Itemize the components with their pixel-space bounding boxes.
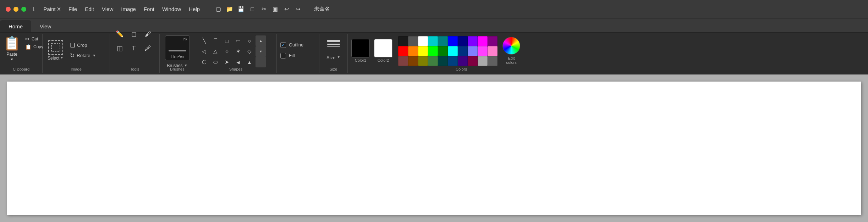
palette-swatch[interactable] xyxy=(398,46,408,56)
up-arrow-shape[interactable]: ▲ xyxy=(244,57,255,67)
canvas-area[interactable] xyxy=(0,74,868,222)
eyedropper-tool[interactable]: 🖉 xyxy=(142,42,154,54)
brush-preview[interactable]: Ink ThinPen xyxy=(165,35,190,60)
menu-paintx[interactable]: Paint X xyxy=(40,5,64,13)
triangle-shape[interactable]: △ xyxy=(210,46,221,57)
image-sub-btns: ❏ Crop ↻ Rotate ▼ xyxy=(68,41,98,60)
palette-swatch[interactable] xyxy=(478,36,488,46)
save-icon[interactable]: 💾 xyxy=(236,4,246,14)
minimize-button[interactable] xyxy=(13,7,18,12)
diamond-shape[interactable]: ◇ xyxy=(244,46,255,57)
palette-swatch[interactable] xyxy=(478,46,488,56)
ellipse-shape[interactable]: ○ xyxy=(244,35,255,46)
cut-button[interactable]: ✂ Cut xyxy=(23,35,45,43)
crop-button[interactable]: ❏ Crop xyxy=(68,41,98,50)
canvas-surface[interactable] xyxy=(7,82,861,215)
star6-shape[interactable]: ✶ xyxy=(233,46,243,57)
palette-swatch[interactable] xyxy=(398,36,408,46)
rect-shape[interactable]: □ xyxy=(221,35,232,46)
palette-swatch[interactable] xyxy=(458,36,468,46)
menu-window[interactable]: Window xyxy=(159,5,185,13)
cut-tb-icon[interactable]: ✂ xyxy=(259,4,269,14)
palette-swatch[interactable] xyxy=(398,56,408,66)
brushes-section: Ink ThinPen Brushes ▼ Brushes xyxy=(160,34,195,73)
close-button[interactable] xyxy=(6,7,11,12)
palette-swatch[interactable] xyxy=(428,36,438,46)
palette-swatch[interactable] xyxy=(438,56,448,66)
palette-swatch[interactable] xyxy=(468,56,478,66)
hex-shape[interactable]: ⬡ xyxy=(199,57,209,67)
shapes-scroll-down[interactable]: ▼ xyxy=(256,46,266,57)
rotate-button[interactable]: ↻ Rotate ▼ xyxy=(68,51,98,60)
palette-swatch[interactable] xyxy=(408,56,418,66)
paste-button[interactable]: 📋 Paste ▼ xyxy=(4,35,20,61)
fill-checkbox[interactable] xyxy=(280,53,286,59)
tab-home[interactable]: Home xyxy=(0,20,31,32)
menu-bar: Paint X File Edit View Image Font Window… xyxy=(40,5,204,13)
size-icon[interactable] xyxy=(327,40,340,49)
menu-font[interactable]: Font xyxy=(140,5,158,13)
pencil-tool[interactable]: ✏️ xyxy=(114,28,126,40)
palette-swatch[interactable] xyxy=(448,56,458,66)
palette-swatch[interactable] xyxy=(428,56,438,66)
tools-label: Tools xyxy=(110,67,159,71)
size-line-2 xyxy=(327,44,340,45)
palette-swatch[interactable] xyxy=(468,46,478,56)
rotate-label: Rotate xyxy=(77,53,90,58)
bucket-tool[interactable]: ◫ xyxy=(114,42,126,54)
palette-swatch[interactable] xyxy=(438,46,448,56)
text-tool[interactable]: T xyxy=(128,42,140,54)
copy-button[interactable]: 📋 Copy xyxy=(23,43,45,50)
eraser-tool[interactable]: ◻ xyxy=(128,28,140,40)
menu-image[interactable]: Image xyxy=(117,5,139,13)
maximize-button[interactable] xyxy=(21,7,26,12)
brush-stroke xyxy=(169,50,186,51)
fill-row[interactable]: Fill xyxy=(280,53,295,59)
brushes-section-label: Brushes xyxy=(160,67,195,71)
tab-view[interactable]: View xyxy=(31,20,60,32)
palette-swatch[interactable] xyxy=(488,36,498,46)
outline-checkbox[interactable]: ✓ xyxy=(280,42,286,48)
select-button[interactable]: Select ▼ xyxy=(46,39,65,62)
share-icon[interactable]: □ xyxy=(247,4,257,14)
menu-edit[interactable]: Edit xyxy=(81,5,98,13)
palette-swatch[interactable] xyxy=(488,46,498,56)
menu-help[interactable]: Help xyxy=(185,5,203,13)
palette-swatch[interactable] xyxy=(478,56,488,66)
shapes-extra[interactable]: … xyxy=(256,57,266,67)
edit-colors-button[interactable]: Editcolors xyxy=(500,35,523,66)
palette-swatch[interactable] xyxy=(448,46,458,56)
menu-file[interactable]: File xyxy=(65,5,81,13)
palette-swatch[interactable] xyxy=(488,56,498,66)
palette-swatch[interactable] xyxy=(458,46,468,56)
undo-icon[interactable]: ↩ xyxy=(281,4,291,14)
rounded-rect-shape[interactable]: ▭ xyxy=(233,35,243,46)
outline-row[interactable]: ✓ Outline xyxy=(280,42,303,48)
left-arrow-shape[interactable]: ◄ xyxy=(233,57,243,67)
palette-swatch[interactable] xyxy=(438,36,448,46)
palette-swatch[interactable] xyxy=(408,36,418,46)
copy-tb-icon[interactable]: ▣ xyxy=(270,4,280,14)
right-arrow-shape[interactable]: ➤ xyxy=(221,57,232,67)
palette-swatch[interactable] xyxy=(418,46,428,56)
menu-view[interactable]: View xyxy=(98,5,117,13)
palette-swatch[interactable] xyxy=(428,46,438,56)
line-shape[interactable]: ╲ xyxy=(199,35,209,46)
fill-tool[interactable]: 🖌 xyxy=(142,28,154,40)
new-icon[interactable]: ▢ xyxy=(213,4,223,14)
redo-icon[interactable]: ↪ xyxy=(293,4,303,14)
arrow-left-shape[interactable]: ◁ xyxy=(199,46,209,57)
rounded-shape[interactable]: ⬭ xyxy=(210,57,221,67)
color2-swatch[interactable] xyxy=(374,39,392,57)
color1-swatch[interactable] xyxy=(351,39,370,57)
shapes-scroll-up[interactable]: ▲ xyxy=(256,35,266,46)
palette-swatch[interactable] xyxy=(448,36,458,46)
palette-swatch[interactable] xyxy=(418,36,428,46)
palette-swatch[interactable] xyxy=(418,56,428,66)
open-icon[interactable]: 📁 xyxy=(225,4,235,14)
palette-swatch[interactable] xyxy=(468,36,478,46)
palette-swatch[interactable] xyxy=(408,46,418,56)
star5-shape[interactable]: ☆ xyxy=(221,46,232,57)
palette-swatch[interactable] xyxy=(458,56,468,66)
curve-shape[interactable]: ⌒ xyxy=(210,35,221,46)
